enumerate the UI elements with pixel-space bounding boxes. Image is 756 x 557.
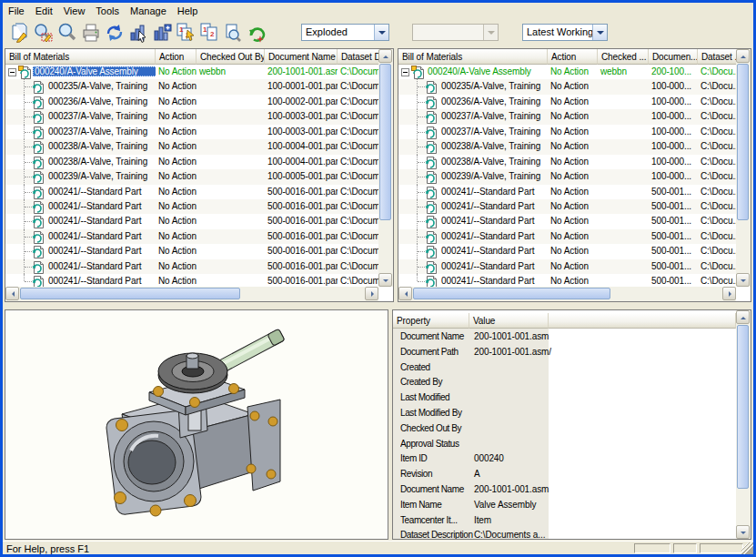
scroll-down-button[interactable] <box>378 273 392 287</box>
bom-row[interactable]: 000241/--Standard PartNo Action500-001..… <box>398 259 736 274</box>
scroll-thumb[interactable] <box>737 64 749 220</box>
bom-row[interactable]: 000241/--Standard PartNo Action500-001..… <box>398 274 736 287</box>
bom-row[interactable]: 000237/A-Valve, TrainingNo Action100-000… <box>5 109 378 124</box>
bom-row[interactable]: 000236/A-Valve, TrainingNo Action100-000… <box>5 95 378 109</box>
scroll-right-button[interactable] <box>722 287 736 300</box>
menu-edit[interactable]: Edit <box>30 3 58 16</box>
bom-item-label[interactable]: 000237/A-Valve, Training <box>439 127 542 137</box>
bom-item-label[interactable]: 000238/A-Valve, Training <box>439 157 542 167</box>
bom-item-label[interactable]: 000241/--Standard Part <box>46 261 143 271</box>
bom-item-label[interactable]: 000241/--Standard Part <box>439 246 536 256</box>
bom-row[interactable]: 000238/A-Valve, TrainingNo Action100-000… <box>398 139 736 154</box>
bom-row[interactable]: 000241/--Standard PartNo Action500-0016-… <box>5 259 378 274</box>
bom-row[interactable]: 000237/A-Valve, TrainingNo Action100-000… <box>398 109 736 124</box>
scroll-right-button[interactable] <box>365 287 378 300</box>
bom-row[interactable]: 000241/--Standard PartNo Action500-001..… <box>398 214 736 228</box>
bom-item-label[interactable]: 000241/--Standard Part <box>439 187 536 197</box>
menu-manage[interactable]: Manage <box>125 3 172 16</box>
column-header-2[interactable]: Checked Out By <box>197 49 265 65</box>
bom-row[interactable]: 000237/A-Valve, TrainingNo Action100-000… <box>5 125 378 139</box>
column-header-1[interactable]: Action <box>156 49 197 65</box>
property-row[interactable]: Created By <box>393 374 736 390</box>
bom-row[interactable]: 000239/A-Valve, TrainingNo Action100-000… <box>398 169 736 184</box>
bom-row[interactable]: 000240/A-Valve AssemblyNo Actionwebbn200… <box>5 65 378 79</box>
upload-structure-icon[interactable] <box>127 22 149 44</box>
view-mode-combo-arrow[interactable] <box>374 25 388 40</box>
copy-compare-left-icon[interactable]: 12 <box>175 22 197 44</box>
horizontal-scrollbar[interactable] <box>5 287 378 301</box>
tree-expander[interactable] <box>401 68 409 76</box>
bom-item-label[interactable]: 000236/A-Valve, Training <box>439 96 542 106</box>
property-row[interactable]: Approval Status <box>393 436 736 451</box>
bom-item-label[interactable]: 000235/A-Valve, Training <box>46 81 149 91</box>
bom-row[interactable]: 000236/A-Valve, TrainingNo Action100-000… <box>398 95 736 109</box>
vertical-scrollbar[interactable] <box>378 49 393 287</box>
property-row[interactable]: Dataset DescriptionC:\Documents a... <box>393 527 736 539</box>
property-row[interactable]: Last Modified By <box>393 405 736 420</box>
vertical-scrollbar[interactable] <box>736 49 751 287</box>
bom-row[interactable]: 000241/--Standard PartNo Action500-0016-… <box>5 199 378 214</box>
bom-item-label[interactable]: 000237/A-Valve, Training <box>439 111 542 121</box>
menu-view[interactable]: View <box>58 3 91 16</box>
scroll-up-button[interactable] <box>736 310 750 324</box>
scroll-up-button[interactable] <box>378 49 392 63</box>
bom-row[interactable]: 000241/--Standard PartNo Action500-001..… <box>398 244 736 258</box>
bom-item-label[interactable]: 000241/--Standard Part <box>439 216 536 226</box>
bom-item-label[interactable]: 000237/A-Valve, Training <box>46 111 149 121</box>
bom-row[interactable]: 000241/--Standard PartNo Action500-0016-… <box>5 185 378 199</box>
property-row[interactable]: Document Name200-1001-001.asm <box>393 481 736 497</box>
bom-item-label[interactable]: 000236/A-Valve, Training <box>46 96 149 106</box>
scroll-left-button[interactable] <box>5 287 19 300</box>
bom-row[interactable]: 000241/--Standard PartNo Action500-001..… <box>398 199 736 214</box>
bom-row[interactable]: 000241/--Standard PartNo Action500-0016-… <box>5 274 378 287</box>
find-checkout-icon[interactable] <box>33 22 55 44</box>
bom-row[interactable]: 000241/--Standard PartNo Action500-0016-… <box>5 244 378 258</box>
tree-expander[interactable] <box>8 68 16 76</box>
bom-item-label[interactable]: 000241/--Standard Part <box>46 201 143 211</box>
scroll-thumb[interactable] <box>379 64 391 220</box>
property-column-header-1[interactable]: Value <box>469 313 549 329</box>
revision-rule-combo-arrow[interactable] <box>592 25 607 40</box>
bom-item-label[interactable]: 000237/A-Valve, Training <box>46 127 149 137</box>
scroll-down-button[interactable] <box>736 273 750 287</box>
synchronize-icon[interactable] <box>104 22 126 44</box>
bom-item-label[interactable]: 000241/--Standard Part <box>46 231 143 241</box>
bom-row[interactable]: 000239/A-Valve, TrainingNo Action100-000… <box>5 169 378 184</box>
bom-item-label[interactable]: 000241/--Standard Part <box>439 261 536 271</box>
checkout-edit-icon[interactable] <box>9 22 31 44</box>
horizontal-scrollbar[interactable] <box>398 287 736 301</box>
scroll-thumb[interactable] <box>737 325 749 489</box>
property-row[interactable]: Checked Out By <box>393 420 736 436</box>
property-row[interactable]: Document Path200-1001-001.asm/ <box>393 344 736 360</box>
copy-compare-right-icon[interactable]: 12 <box>198 22 220 44</box>
bom-item-label[interactable]: 000238/A-Valve, Training <box>46 157 149 167</box>
column-header-1[interactable]: Action <box>548 49 598 65</box>
bom-item-label[interactable]: 000241/--Standard Part <box>439 201 536 211</box>
column-header-0[interactable]: Bill of Materials <box>398 49 548 65</box>
bom-row[interactable]: 000235/A-Valve, TrainingNo Action100-000… <box>398 79 736 94</box>
bom-row[interactable]: 000238/A-Valve, TrainingNo Action100-000… <box>5 155 378 169</box>
download-structure-icon[interactable] <box>151 22 173 44</box>
scroll-thumb-horizontal[interactable] <box>413 288 610 299</box>
property-column-header-0[interactable]: Property <box>393 313 469 329</box>
bom-row[interactable]: 000237/A-Valve, TrainingNo Action100-000… <box>398 125 736 139</box>
menu-tools[interactable]: Tools <box>90 3 125 16</box>
bom-row[interactable]: 000235/A-Valve, TrainingNo Action100-000… <box>5 79 378 94</box>
bom-item-label[interactable]: 000238/A-Valve, Training <box>439 141 542 151</box>
scroll-left-button[interactable] <box>398 287 412 300</box>
bom-item-label[interactable]: 000241/--Standard Part <box>46 246 143 256</box>
bom-row[interactable]: 000241/--Standard PartNo Action500-001..… <box>398 229 736 244</box>
find-document-icon[interactable] <box>222 22 244 44</box>
property-row[interactable]: Item ID000240 <box>393 451 736 466</box>
view-mode-combo[interactable]: Exploded <box>301 24 389 41</box>
property-row[interactable]: Teamcenter It...Item <box>393 512 736 528</box>
column-header-3[interactable]: Document Name <box>265 49 338 65</box>
scroll-up-button[interactable] <box>736 49 750 63</box>
revision-rule-combo[interactable]: Latest Working <box>522 24 608 41</box>
bom-item-label[interactable]: 000241/--Standard Part <box>46 216 143 226</box>
scroll-thumb-horizontal[interactable] <box>20 288 240 299</box>
property-row[interactable]: Item NameValve Assembly <box>393 497 736 512</box>
menu-help[interactable]: Help <box>172 3 204 16</box>
resize-grip[interactable] <box>741 542 753 554</box>
bom-item-label[interactable]: 000239/A-Valve, Training <box>439 171 542 181</box>
